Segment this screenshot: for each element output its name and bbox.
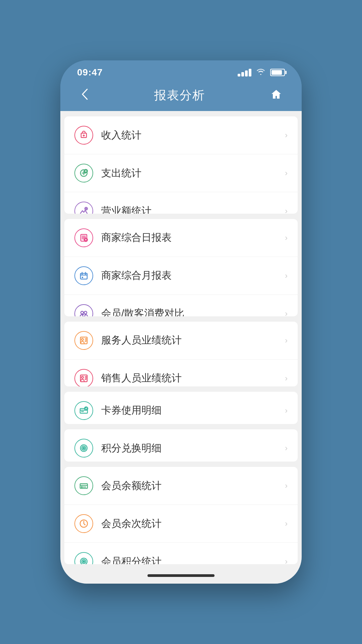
arrow-icon: › [285,374,288,383]
sales-staff-icon [74,369,93,386]
signal-icon [238,69,251,76]
svg-point-10 [81,338,83,340]
merchant-daily-icon [74,228,93,247]
phone-frame: 09:47 [60,60,302,584]
revenue-stats-icon [74,202,93,214]
list-item[interactable]: 会员余额统计 › [64,467,298,505]
arrow-icon: › [285,336,288,345]
nav-bar: 报表分析 [60,81,302,111]
home-indicator [60,570,302,584]
card-usage-icon [74,401,93,420]
svg-point-8 [84,311,87,314]
list-item[interactable]: 收入统计 › [64,116,298,154]
menu-group-5: 积分兑换明细 › [64,429,298,462]
member-points-icon [74,552,93,564]
content-area: 收入统计 › 支出统计 › [60,111,302,570]
list-item[interactable]: 会员积分统计 › [64,543,298,564]
menu-group-1: 收入统计 › 支出统计 › [64,116,298,214]
arrow-icon: › [285,130,288,140]
member-points-label: 会员积分统计 [101,555,285,564]
expense-stats-icon [74,164,93,182]
merchant-monthly-label: 商家综合月报表 [101,269,285,282]
svg-point-12 [81,376,83,378]
back-button[interactable] [77,87,92,104]
expense-stats-label: 支出统计 [101,166,285,180]
revenue-stats-label: 营业额统计 [101,204,285,214]
status-time: 09:47 [77,67,103,78]
battery-icon [270,69,285,76]
status-bar: 09:47 [60,60,302,81]
menu-group-6: 会员余额统计 › 会员余次统计 › [64,467,298,564]
arrow-icon: › [285,168,288,178]
menu-group-3: 服务人员业绩统计 › 销售人员业绩统计 › [64,322,298,386]
svg-rect-6 [80,273,87,279]
merchant-daily-label: 商家综合日报表 [101,231,285,245]
member-times-icon [74,514,93,533]
arrow-icon: › [285,557,288,564]
list-item[interactable]: 积分兑换明细 › [64,429,298,462]
list-item[interactable]: 商家综合月报表 › [64,257,298,295]
list-item[interactable]: 会员余次统计 › [64,505,298,543]
merchant-monthly-icon [74,266,93,285]
points-redeem-icon [74,439,93,458]
home-bar [147,574,215,577]
svg-point-23 [83,561,85,562]
arrow-icon: › [285,206,288,214]
svg-point-7 [81,311,83,314]
card-usage-label: 卡券使用明细 [101,404,285,417]
arrow-icon: › [285,481,288,490]
member-visitor-label: 会员/散客消费对比 [101,307,285,316]
income-stats-label: 收入统计 [101,128,285,142]
menu-group-2: 商家综合日报表 › 商家综合月报表 › [64,219,298,316]
income-stats-icon [74,126,93,145]
list-item[interactable]: 支出统计 › [64,154,298,192]
svg-point-17 [83,447,85,449]
list-item[interactable]: 会员/散客消费对比 › [64,295,298,316]
service-staff-icon [74,331,93,350]
points-redeem-label: 积分兑换明细 [101,441,285,455]
arrow-icon: › [285,233,288,243]
menu-group-4: 卡券使用明细 › [64,392,298,424]
member-balance-icon [74,476,93,495]
arrow-icon: › [285,271,288,280]
member-balance-label: 会员余额统计 [101,479,285,493]
arrow-icon: › [285,309,288,316]
list-item[interactable]: 卡券使用明细 › [64,392,298,424]
member-times-label: 会员余次统计 [101,517,285,531]
member-visitor-icon [74,304,93,316]
arrow-icon: › [285,406,288,415]
svg-point-19 [81,487,82,488]
service-staff-label: 服务人员业绩统计 [101,333,285,347]
status-icons [238,68,285,77]
list-item[interactable]: 商家综合日报表 › [64,219,298,257]
wifi-icon [256,68,265,77]
arrow-icon: › [285,519,288,528]
list-item[interactable]: 营业额统计 › [64,192,298,214]
sales-staff-label: 销售人员业绩统计 [101,371,285,385]
list-item[interactable]: 服务人员业绩统计 › [64,322,298,360]
arrow-icon: › [285,443,288,453]
home-button[interactable] [267,88,285,103]
page-title: 报表分析 [154,87,205,104]
list-item[interactable]: 销售人员业绩统计 › [64,360,298,386]
